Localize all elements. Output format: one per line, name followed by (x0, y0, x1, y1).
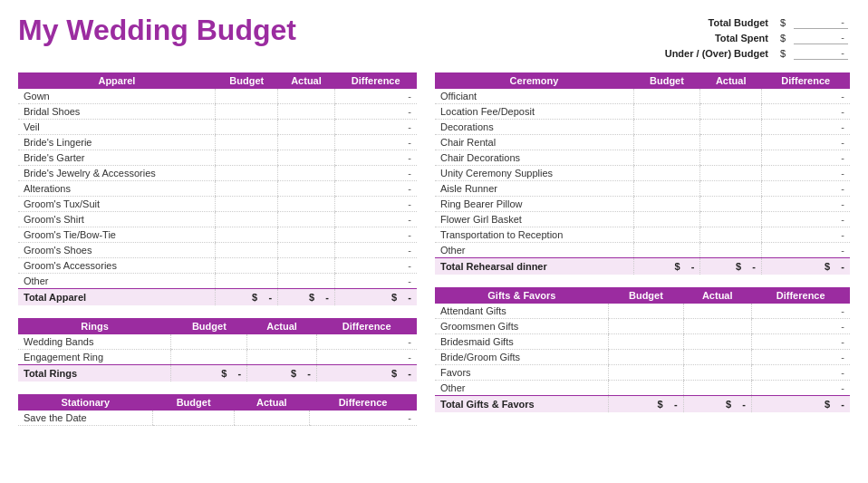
apparel-header: Apparel (18, 72, 216, 89)
under-over-label: Under / (Over) Budget (661, 46, 772, 60)
row-diff: - (334, 227, 417, 243)
row-actual (700, 243, 762, 258)
row-actual (278, 166, 335, 181)
table-row: Wedding Bands - (18, 334, 417, 350)
total-spent-label: Total Spent (661, 31, 772, 44)
row-budget (216, 104, 278, 120)
row-diff: - (334, 166, 417, 181)
gifts-header: Gifts & Favors (435, 287, 609, 304)
stationary-diff-col: Difference (309, 394, 417, 411)
row-budget (609, 350, 683, 365)
page-title: My Wedding Budget (18, 14, 296, 47)
row-label: Groom's Accessories (18, 258, 216, 274)
table-row: Bride's Lingerie - (18, 135, 417, 150)
row-label: Attendant Gifts (435, 304, 609, 319)
row-label: Officiant (435, 89, 633, 104)
row-label: Groom's Tie/Bow-Tie (18, 227, 216, 243)
total-budget-dollar: $ (774, 15, 792, 29)
row-diff: - (334, 89, 417, 104)
row-actual (700, 120, 762, 135)
row-diff: - (762, 212, 851, 227)
table-row: Decorations - (435, 120, 850, 135)
row-budget (633, 135, 700, 150)
ceremony-budget-col: Budget (633, 72, 700, 89)
table-row: Transportation to Reception - (435, 227, 850, 243)
stationary-budget-col: Budget (153, 394, 235, 411)
ceremony-total-actual: $ - (700, 258, 762, 275)
row-diff: - (762, 197, 851, 212)
row-budget (153, 411, 235, 426)
row-actual (700, 104, 762, 120)
table-row: Bridal Shoes - (18, 104, 417, 120)
apparel-budget-col: Budget (216, 72, 278, 89)
rings-total-diff: $ - (316, 365, 417, 382)
rings-budget-col: Budget (171, 318, 247, 334)
row-actual (278, 227, 335, 243)
row-label: Bride's Lingerie (18, 135, 216, 150)
row-diff: - (762, 104, 851, 120)
summary-table: Total Budget $ - Total Spent $ - Under /… (660, 14, 850, 62)
stationary-section: Stationary Budget Actual Difference Save… (18, 394, 417, 426)
stationary-actual-col: Actual (235, 394, 309, 411)
row-actual (700, 150, 762, 166)
row-actual (278, 150, 335, 166)
row-diff: - (751, 304, 850, 319)
row-budget (216, 243, 278, 258)
row-label: Groom's Shoes (18, 243, 216, 258)
row-label: Gown (18, 89, 216, 104)
row-diff: - (334, 104, 417, 120)
ceremony-total-diff: $ - (762, 258, 851, 275)
row-actual (247, 350, 317, 365)
rings-actual-col: Actual (247, 318, 317, 334)
table-row: Groom's Accessories - (18, 258, 417, 274)
row-diff: - (316, 350, 417, 365)
table-row: Flower Girl Basket - (435, 212, 850, 227)
gifts-diff-col: Difference (751, 287, 850, 304)
row-label: Other (435, 243, 633, 258)
row-label: Bride/Groom Gifts (435, 350, 609, 365)
row-budget (216, 166, 278, 181)
row-diff: - (762, 166, 851, 181)
apparel-table: Apparel Budget Actual Difference Gown - … (18, 72, 417, 305)
stationary-table: Stationary Budget Actual Difference Save… (18, 394, 417, 426)
row-actual (700, 166, 762, 181)
row-diff: - (334, 212, 417, 227)
row-diff: - (334, 274, 417, 289)
row-actual (278, 243, 335, 258)
table-row: Groom's Tux/Suit - (18, 197, 417, 212)
total-budget-value: - (794, 15, 848, 29)
row-budget (216, 212, 278, 227)
row-label: Alterations (18, 181, 216, 197)
stationary-header: Stationary (18, 394, 153, 411)
row-budget (609, 334, 683, 350)
gifts-total-diff: $ - (751, 396, 850, 413)
total-spent-value: - (794, 31, 848, 44)
under-over-dollar: $ (774, 46, 792, 60)
row-budget (216, 258, 278, 274)
row-budget (216, 227, 278, 243)
row-actual (278, 197, 335, 212)
top-section: My Wedding Budget Total Budget $ - Total… (18, 14, 850, 62)
total-budget-label: Total Budget (661, 15, 772, 29)
rings-total-actual: $ - (247, 365, 317, 382)
table-row: Aisle Runner - (435, 181, 850, 197)
table-row: Engagement Ring - (18, 350, 417, 365)
row-diff: - (751, 350, 850, 365)
row-diff: - (309, 411, 417, 426)
row-actual (683, 365, 751, 381)
row-diff: - (762, 150, 851, 166)
gifts-total-label: Total Gifts & Favors (435, 396, 609, 413)
row-budget (633, 150, 700, 166)
row-label: Veil (18, 120, 216, 135)
row-label: Chair Rental (435, 135, 633, 150)
row-diff: - (762, 89, 851, 104)
row-label: Wedding Bands (18, 334, 171, 350)
table-row: Chair Decorations - (435, 150, 850, 166)
row-diff: - (334, 243, 417, 258)
row-budget (633, 197, 700, 212)
row-label: Groom's Tux/Suit (18, 197, 216, 212)
table-row: Gown - (18, 89, 417, 104)
row-label: Bride's Garter (18, 150, 216, 166)
row-label: Groom's Shirt (18, 212, 216, 227)
row-actual (278, 212, 335, 227)
